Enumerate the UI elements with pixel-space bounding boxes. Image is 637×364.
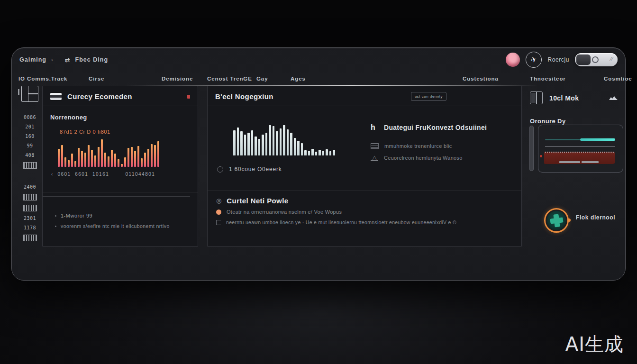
- chart-value-label: 87d1 2 Cr D 0 fi801: [43, 121, 198, 135]
- bar: [104, 153, 106, 167]
- alert-dot-icon: [187, 95, 190, 99]
- navigation-card-header: B'ecl Nogegxiun ust cun dennty: [208, 86, 521, 106]
- striped-box-icon: [23, 194, 37, 200]
- control-row-1[interactable]: Oteatr na ornerruanorwa nselnm e/ Voe Wo…: [216, 209, 342, 215]
- bar: [244, 135, 246, 155]
- bar: [94, 155, 96, 167]
- avatar[interactable]: [506, 53, 520, 67]
- bar: [333, 150, 335, 155]
- tab-custestiona[interactable]: Custestiona: [463, 76, 499, 82]
- toggle-knob[interactable]: [576, 55, 591, 65]
- scrollbar[interactable]: [529, 126, 534, 171]
- x-axis-tick-labels: ‹ 0601 6601 10161 011044801: [51, 172, 198, 177]
- tab-comms-track[interactable]: IO Comms.Track: [18, 76, 67, 82]
- bar: [290, 133, 292, 155]
- list-item[interactable]: △ Ceuorelreon hemlunyta Wanoso: [371, 155, 513, 161]
- model-panel-title: 10cl Mok: [549, 94, 579, 102]
- control-section-title: Curtel Neti Powle: [227, 197, 288, 205]
- axis-value: 2301: [24, 216, 36, 221]
- stripes-icon: [371, 143, 379, 149]
- tab-cirse[interactable]: Cirse: [89, 76, 104, 82]
- tab-ages[interactable]: Ages: [291, 76, 306, 82]
- app-name[interactable]: Gaiming: [19, 56, 46, 63]
- toggle-switch[interactable]: ⁄⁄: [575, 53, 618, 66]
- option-list: h Duategui FruKonvezt Odsuiinei mmuhmoke…: [371, 123, 513, 161]
- bar: [91, 150, 93, 167]
- model-section-label: Oronure Dy: [530, 118, 566, 125]
- currency-card-subtitle: Norrenoneg: [50, 114, 87, 121]
- preview-card[interactable]: [538, 125, 623, 173]
- axis-value: 201: [25, 124, 35, 129]
- send-plane-button[interactable]: ✈: [526, 52, 542, 68]
- bar: [64, 157, 66, 167]
- model-badge[interactable]: [544, 208, 569, 233]
- currency-card-header: Curecy Ecomeden: [43, 86, 198, 106]
- bar: [255, 136, 257, 155]
- bar: [68, 160, 70, 167]
- bar: [127, 148, 129, 167]
- currency-card: Curecy Ecomeden Norrenoneg 87d1 2 Cr D 0…: [42, 86, 198, 247]
- striped-box-icon: [23, 205, 37, 211]
- bar: [301, 143, 303, 155]
- bar: [276, 131, 278, 155]
- bar: [287, 129, 289, 155]
- bar: [154, 145, 156, 167]
- bullet-icon: [55, 226, 56, 227]
- list-item[interactable]: mmuhmoke trenenlurce blic: [371, 143, 513, 149]
- tab-cenost[interactable]: Cenost TrenGE: [207, 76, 252, 82]
- badge-core: [547, 211, 566, 230]
- bar: [81, 151, 83, 167]
- grid-layout-icon[interactable]: [21, 86, 38, 102]
- status-badge[interactable]: ust cun dennty: [411, 92, 446, 101]
- user-label: Roercju: [547, 56, 569, 63]
- gray-progress-bar: [559, 161, 599, 163]
- footer-line-2: voorenm s/eefire ntc mie it elicubonemt …: [61, 223, 170, 229]
- plane-icon: ✈: [530, 55, 538, 64]
- bar: [114, 154, 116, 167]
- orange-dot-icon: [567, 218, 571, 222]
- bracket-icon: [216, 220, 221, 225]
- slash-icon: ⁄⁄: [610, 56, 613, 62]
- list-item[interactable]: h Duategui FruKonvezt Odsuiinei: [371, 123, 513, 132]
- tab-gay[interactable]: Gay: [256, 76, 268, 82]
- bar: [134, 151, 136, 167]
- bullet-icon: [55, 215, 56, 217]
- tab-demisione[interactable]: Demisione: [162, 76, 193, 82]
- divider: [43, 192, 198, 192]
- tab-cosmtioc[interactable]: Cosmtioc: [604, 76, 632, 82]
- tab-thnoesiteor[interactable]: Thnoesiteor: [530, 76, 566, 82]
- document-name[interactable]: Fbec Ding: [75, 56, 108, 63]
- bar: [111, 150, 113, 167]
- axis-value: 1178: [24, 225, 36, 230]
- bar: [265, 133, 268, 155]
- chart-caption: 1 60coue O0eeerk: [229, 166, 282, 173]
- mountain-icon: [609, 96, 618, 100]
- camera-lens-icon: [592, 56, 599, 63]
- bar: [61, 145, 63, 167]
- ring-icon: ◎: [216, 197, 221, 204]
- axis-side-strip: 008620116099408240023011178: [18, 86, 41, 247]
- bar: [71, 154, 73, 167]
- bar: [141, 158, 143, 167]
- striped-box-icon: [23, 235, 37, 241]
- bar: [322, 151, 325, 155]
- axis-value: 160: [25, 134, 35, 139]
- currency-card-footer: 1-Mworor 99 voorenm s/eefire ntc mie it …: [55, 213, 198, 229]
- bar: [74, 161, 76, 167]
- bar: [144, 153, 146, 167]
- divider: [43, 196, 190, 197]
- ai-generated-watermark: AI生成: [565, 331, 624, 357]
- bar: [294, 138, 296, 155]
- footer-line-1: 1-Mworor 99: [61, 213, 92, 218]
- axis-value: 408: [25, 153, 35, 158]
- chevron-down-icon: ›: [51, 57, 54, 63]
- list-item-label: mmuhmoke trenenlurce blic: [384, 143, 452, 149]
- bar: [315, 152, 318, 155]
- divider: [208, 191, 521, 191]
- bar: [58, 149, 60, 167]
- axis-value: 0086: [24, 115, 36, 120]
- control-row-2[interactable]: neerntu ueawn umboe lloecn ye · Ue e mut…: [216, 219, 456, 225]
- model-panel: 10cl Mok Oronure Dy Flok dlernool: [522, 86, 625, 247]
- circle-icon[interactable]: [217, 166, 223, 173]
- activity-bar-chart: [58, 138, 198, 167]
